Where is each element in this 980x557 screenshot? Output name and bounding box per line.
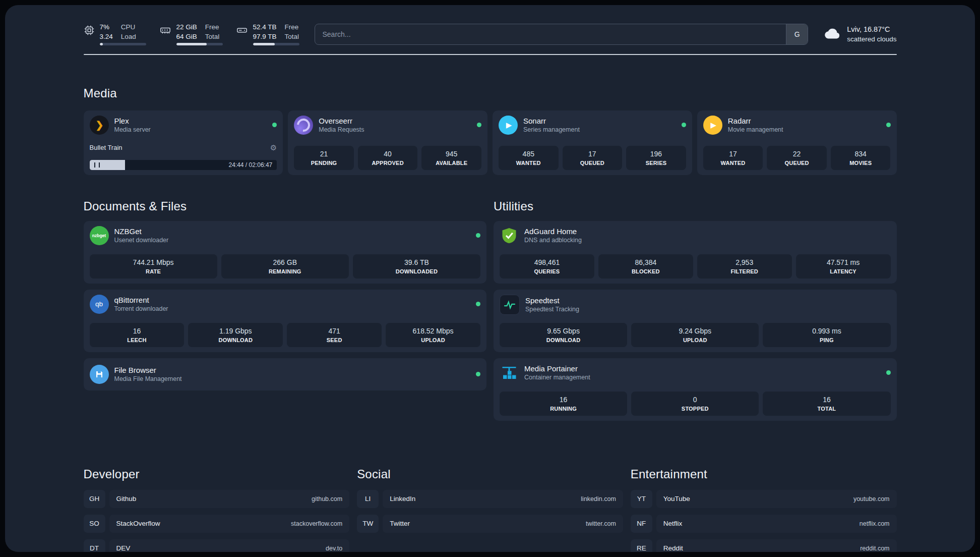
nzbget-icon: nzbget bbox=[90, 226, 109, 245]
cloud-icon bbox=[823, 27, 841, 42]
stat-tile: 47.571 msLATENCY bbox=[796, 254, 891, 278]
bookmark-github[interactable]: GH Github github.com bbox=[84, 490, 350, 508]
bookmark-group-entertainment: Entertainment YT YouTube youtube.com NF … bbox=[631, 457, 897, 552]
bookmark-abbr[interactable]: RE bbox=[631, 539, 652, 552]
stat-tile: 39.6 TBDOWNLOADED bbox=[353, 254, 480, 278]
adguard-card[interactable]: AdGuard Home DNS and adblocking 498,461Q… bbox=[494, 221, 897, 284]
stat-tile: 2,953FILTERED bbox=[697, 254, 792, 278]
stat-tile: 498,461QUERIES bbox=[500, 254, 594, 278]
bookmark-abbr[interactable]: YT bbox=[631, 490, 652, 508]
bookmark-stackoverflow[interactable]: SO StackOverflow stackoverflow.com bbox=[84, 515, 350, 533]
stat-tile: 744.21 MbpsRATE bbox=[90, 254, 217, 278]
ram-free-label: Free bbox=[205, 23, 220, 31]
section-title-developer: Developer bbox=[84, 467, 350, 481]
stat-tile: 0STOPPED bbox=[631, 392, 759, 416]
status-dot bbox=[682, 123, 686, 127]
nzbget-card[interactable]: nzbget NZBGet Usenet downloader 744.21 M… bbox=[84, 221, 487, 284]
app-name: Radarr bbox=[728, 117, 783, 125]
bookmark-linkedin[interactable]: LI LinkedIn linkedin.com bbox=[357, 490, 623, 508]
stat-tile: 0.993 msPING bbox=[763, 323, 890, 347]
status-dot bbox=[476, 372, 480, 376]
ram-total-value: 64 GiB bbox=[176, 33, 197, 41]
bookmark-link[interactable]: Netflix netflix.com bbox=[656, 515, 897, 533]
weather-location: Lviv, 16.87°C bbox=[847, 25, 896, 34]
playback-progress-bar[interactable]: 24:44 / 02:06:47 bbox=[90, 160, 277, 170]
stat-tile: 16TOTAL bbox=[763, 392, 890, 416]
app-name: AdGuard Home bbox=[524, 227, 582, 236]
bookmark-dev[interactable]: DT DEV dev.to bbox=[84, 539, 350, 552]
ram-free-value: 22 GiB bbox=[176, 23, 197, 31]
disk-free-value: 52.4 TB bbox=[253, 23, 277, 31]
cpu-progress-bar bbox=[100, 43, 146, 45]
bookmark-link[interactable]: StackOverflow stackoverflow.com bbox=[109, 515, 350, 533]
cpu-icon bbox=[84, 25, 95, 36]
bookmark-abbr[interactable]: LI bbox=[357, 490, 379, 508]
utilities-column: Utilities AdGuard Home DNS and adblockin… bbox=[494, 189, 897, 427]
portainer-card[interactable]: Media Portainer Container management 16R… bbox=[494, 358, 897, 421]
app-name: qBittorrent bbox=[114, 296, 168, 304]
bookmark-link[interactable]: YouTube youtube.com bbox=[656, 490, 897, 508]
cpu-monitor: 7% 3.24 CPU Load bbox=[84, 23, 146, 45]
stat-tile: 1.19 GbpsDOWNLOAD bbox=[188, 323, 283, 347]
weather-widget[interactable]: Lviv, 16.87°C scattered clouds bbox=[823, 25, 896, 43]
pause-icon[interactable] bbox=[94, 162, 100, 168]
stat-tile: 485WANTED bbox=[499, 146, 559, 170]
radarr-card[interactable]: ▶ Radarr Movie management 17WANTED 22QUE… bbox=[697, 110, 897, 175]
stat-tile: 196SERIES bbox=[626, 146, 686, 170]
section-title-utilities: Utilities bbox=[494, 199, 897, 213]
status-dot bbox=[272, 123, 277, 127]
plex-card[interactable]: ❯ Plex Media server Bullet Train ⚙ 24:44… bbox=[84, 110, 283, 175]
bookmark-group-social: Social LI LinkedIn linkedin.com TW Twitt… bbox=[357, 457, 623, 552]
bookmark-netflix[interactable]: NF Netflix netflix.com bbox=[631, 515, 897, 533]
adguard-icon bbox=[500, 226, 519, 245]
stat-tile: 834MOVIES bbox=[831, 146, 891, 170]
status-dot bbox=[886, 370, 891, 375]
documents-column: Documents & Files nzbget NZBGet Usenet d… bbox=[84, 189, 487, 427]
app-subtitle: Torrent downloader bbox=[114, 305, 168, 312]
bookmark-group-developer: Developer GH Github github.com SO StackO… bbox=[84, 457, 350, 552]
overseerr-card[interactable]: Overseerr Media Requests 21PENDING 40APP… bbox=[288, 110, 487, 175]
ram-progress-bar bbox=[176, 43, 223, 45]
bookmark-link[interactable]: Twitter twitter.com bbox=[383, 515, 623, 533]
topbar-divider bbox=[84, 54, 897, 55]
speedtest-card[interactable]: Speedtest Speedtest Tracking 9.65 GbpsDO… bbox=[494, 290, 897, 352]
bookmark-abbr[interactable]: GH bbox=[84, 490, 105, 508]
qbittorrent-icon: qb bbox=[90, 295, 109, 314]
disk-icon bbox=[236, 25, 248, 36]
bookmark-abbr[interactable]: DT bbox=[84, 539, 105, 552]
app-subtitle: Movie management bbox=[728, 126, 783, 133]
bookmark-link[interactable]: Reddit reddit.com bbox=[656, 539, 897, 552]
section-title-entertainment: Entertainment bbox=[631, 467, 897, 481]
app-subtitle: Container management bbox=[524, 374, 590, 381]
bookmark-abbr[interactable]: TW bbox=[357, 515, 379, 533]
stat-tile: 17QUEUED bbox=[563, 146, 623, 170]
bookmark-twitter[interactable]: TW Twitter twitter.com bbox=[357, 515, 623, 533]
sonarr-card[interactable]: ▶ Sonarr Series management 485WANTED 17Q… bbox=[493, 110, 692, 175]
section-title-media: Media bbox=[84, 86, 897, 100]
app-subtitle: Speedtest Tracking bbox=[525, 306, 579, 313]
bookmark-reddit[interactable]: RE Reddit reddit.com bbox=[631, 539, 897, 552]
app-name: Sonarr bbox=[523, 117, 580, 125]
search-engine-button[interactable]: G bbox=[786, 24, 808, 44]
section-title-documents: Documents & Files bbox=[84, 199, 487, 213]
section-title-social: Social bbox=[357, 467, 623, 481]
app-name: File Browser bbox=[114, 366, 182, 374]
app-name: Media Portainer bbox=[524, 364, 590, 373]
search-input[interactable] bbox=[315, 24, 786, 44]
bookmark-link[interactable]: LinkedIn linkedin.com bbox=[383, 490, 623, 508]
bookmark-link[interactable]: DEV dev.to bbox=[109, 539, 350, 552]
app-subtitle: Media server bbox=[114, 126, 151, 133]
app-name: Speedtest bbox=[525, 296, 579, 305]
qbittorrent-card[interactable]: qb qBittorrent Torrent downloader 16LEEC… bbox=[84, 290, 487, 352]
status-dot bbox=[476, 302, 480, 306]
bookmark-abbr[interactable]: NF bbox=[631, 515, 652, 533]
filebrowser-card[interactable]: File Browser Media File Management bbox=[84, 358, 487, 391]
memory-monitor: 22 GiB 64 GiB Free Total bbox=[159, 23, 223, 45]
bookmark-abbr[interactable]: SO bbox=[84, 515, 105, 533]
cpu-label: CPU bbox=[121, 23, 136, 31]
app-subtitle: Usenet downloader bbox=[114, 237, 169, 244]
gear-icon[interactable]: ⚙ bbox=[270, 143, 277, 152]
disk-monitor: 52.4 TB 97.9 TB Free Total bbox=[236, 23, 299, 45]
bookmark-youtube[interactable]: YT YouTube youtube.com bbox=[631, 490, 897, 508]
bookmark-link[interactable]: Github github.com bbox=[109, 490, 350, 508]
